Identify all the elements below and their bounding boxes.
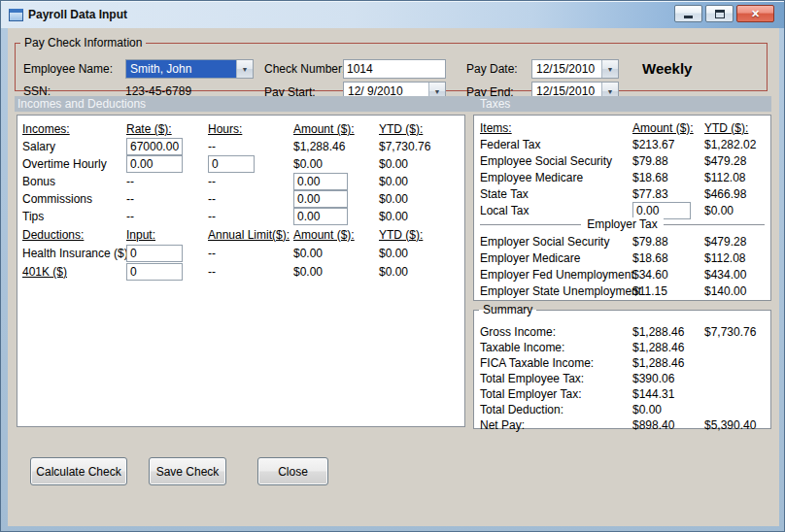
deduction-col-limit: Annual Limit($): (208, 225, 293, 244)
income-hours: -- (208, 190, 293, 208)
income-rate: -- (126, 208, 208, 225)
close-window-button[interactable]: ✕ (736, 5, 774, 22)
salary-rate-input[interactable] (126, 138, 183, 155)
tax-ytd: $434.00 (704, 266, 765, 283)
tax-amount: $18.68 (632, 249, 704, 266)
401k-link[interactable]: 401K ($) (22, 265, 67, 279)
overtime-hours-input[interactable] (208, 155, 255, 173)
income-row-salary: Salary -- $1,288.46 $7,730.76 (22, 138, 460, 155)
income-col-item: Incomes: (22, 120, 126, 138)
tax-header-row: Items: Amount ($): YTD ($): (480, 119, 765, 136)
client-area: Pay Check Information Employee Name: Smi… (8, 28, 779, 526)
deduction-row-401k: 401K ($) -- $0.00 $0.00 (22, 262, 460, 281)
tax-row-emp-ss: Employee Social Security $79.88 $479.28 (480, 152, 765, 169)
income-ytd: $0.00 (379, 173, 460, 190)
income-row-bonus: Bonus -- -- $0.00 (22, 173, 460, 190)
app-icon (9, 9, 23, 21)
employer-tax-header: Employer Tax (581, 217, 663, 231)
tax-label: Employer Social Security (480, 233, 632, 249)
tax-row-empr-fed-unemp: Employer Fed Unemployment $34.60 $434.00 (480, 266, 765, 283)
maximize-icon (715, 10, 725, 18)
tax-amount: $213.67 (632, 136, 704, 152)
check-number-label: Check Number: (264, 62, 345, 76)
tax-label: State Tax (480, 185, 632, 202)
pay-frequency-label: Weekly (642, 60, 692, 77)
tax-row-empr-state-unemp: Employer State Unemployment $11.15 $140.… (480, 283, 765, 299)
tips-amount-input[interactable] (293, 208, 348, 225)
employer-tax-table: Employer Social Security $79.88 $479.28 … (480, 233, 765, 299)
income-ytd: $0.00 (379, 190, 460, 208)
chevron-down-icon: ▼ (601, 60, 618, 78)
save-check-button[interactable]: Save Check (149, 457, 226, 485)
taxes-panel: Items: Amount ($): YTD ($): Federal Tax … (473, 115, 771, 301)
tax-ytd: $112.08 (704, 249, 765, 266)
commissions-amount-input[interactable] (293, 190, 348, 208)
summary-ytd: $7,730.76 (704, 324, 765, 340)
pay-date-datepicker[interactable]: 12/15/2010 ▼ (531, 59, 619, 79)
deduction-col-amount: Amount ($): (293, 225, 379, 244)
summary-ytd (704, 371, 765, 386)
deduction-col-item: Deductions: (22, 225, 126, 244)
tax-ytd: $1,282.02 (704, 136, 765, 152)
income-amount: $0.00 (293, 155, 379, 173)
summary-ytd (704, 355, 765, 371)
incomes-deductions-panel: Incomes: Rate ($): Hours: Amount ($): YT… (17, 115, 465, 427)
deduction-label: Health Insurance ($) (22, 244, 126, 262)
incomes-section-header: Incomes and Deductions (17, 97, 146, 111)
income-row-overtime: Overtime Hourly $0.00 $0.00 (22, 155, 460, 173)
income-rate: -- (126, 173, 208, 190)
close-icon: ✕ (751, 9, 760, 19)
summary-row-taxable: Taxable Income: $1,288.46 (480, 340, 765, 355)
deduction-col-ytd: YTD ($): (379, 225, 460, 244)
summary-amount: $390.06 (632, 371, 704, 386)
income-col-hours: Hours: (208, 120, 293, 138)
401k-input[interactable] (126, 263, 183, 281)
minimize-button[interactable] (674, 5, 702, 22)
tax-label: Employee Social Security (480, 152, 632, 169)
calculate-check-button[interactable]: Calculate Check (30, 457, 127, 485)
maximize-button[interactable] (705, 5, 734, 22)
tax-col-ytd: YTD ($): (704, 119, 765, 136)
deduction-limit: -- (208, 244, 293, 262)
deduction-ytd: $0.00 (379, 244, 460, 262)
summary-label: Total Deduction: (480, 402, 632, 417)
section-header-strip: Incomes and Deductions Taxes (15, 96, 771, 112)
tax-label: Employer State Unemployment (480, 283, 632, 299)
close-button[interactable]: Close (257, 457, 328, 485)
income-label: Commissions (22, 190, 126, 208)
summary-row-net-pay: Net Pay: $898.40 $5,390.40 (480, 417, 765, 433)
check-number-input[interactable] (343, 59, 446, 79)
employee-name-combobox[interactable]: Smith, John ▼ (125, 59, 254, 79)
summary-amount: $1,288.46 (632, 355, 704, 371)
overtime-rate-input[interactable] (126, 155, 183, 173)
income-col-ytd: YTD ($): (379, 120, 460, 138)
summary-label: Net Pay: (480, 417, 632, 433)
summary-ytd (704, 340, 765, 355)
summary-ytd (704, 402, 765, 417)
tax-row-federal: Federal Tax $213.67 $1,282.02 (480, 136, 765, 152)
summary-group-title: Summary (479, 303, 536, 316)
summary-table: Gross Income: $1,288.46 $7,730.76 Taxabl… (480, 324, 765, 433)
tax-ytd: $479.28 (704, 152, 765, 169)
income-hours: -- (208, 138, 293, 155)
tax-amount: $34.60 (632, 266, 704, 283)
summary-label: FICA Taxable Income: (480, 355, 632, 371)
tax-amount: $11.15 (632, 283, 704, 299)
summary-amount: $898.40 (632, 417, 704, 433)
income-header-row: Incomes: Rate ($): Hours: Amount ($): YT… (22, 120, 460, 138)
pay-date-label: Pay Date: (466, 62, 518, 76)
chevron-down-icon: ▼ (236, 60, 253, 78)
income-row-tips: Tips -- -- $0.00 (22, 208, 460, 225)
tax-ytd: $479.28 (704, 233, 765, 249)
employer-tax-divider: Employer Tax (480, 217, 765, 232)
health-insurance-input[interactable] (126, 245, 183, 262)
income-label: Overtime Hourly (22, 155, 126, 173)
minimize-icon (684, 16, 693, 18)
deduction-ytd: $0.00 (379, 262, 460, 281)
summary-label: Gross Income: (480, 324, 632, 340)
deduction-header-row: Deductions: Input: Annual Limit($): Amou… (22, 225, 460, 244)
employee-tax-table: Items: Amount ($): YTD ($): Federal Tax … (480, 119, 765, 219)
summary-row-fica: FICA Taxable Income: $1,288.46 (480, 355, 765, 371)
bonus-amount-input[interactable] (293, 173, 348, 190)
paycheck-info-group: Pay Check Information Employee Name: Smi… (15, 36, 768, 91)
